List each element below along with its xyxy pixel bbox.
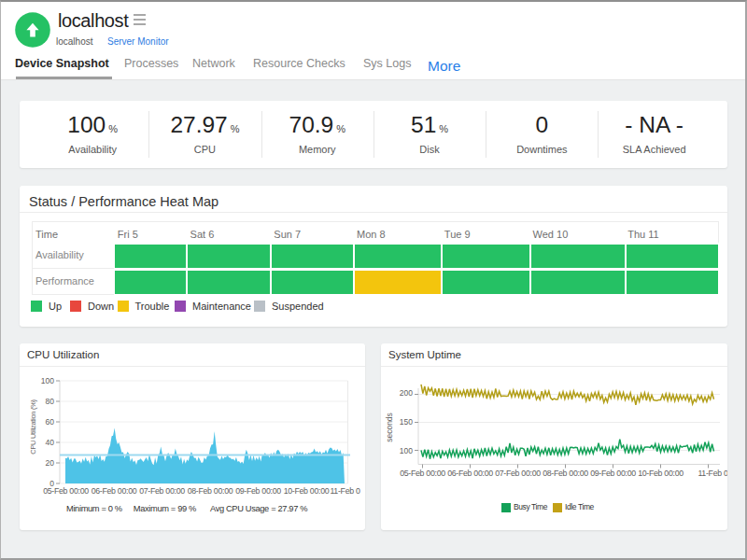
- svg-text:09-Feb 00:00: 09-Feb 00:00: [590, 469, 636, 478]
- svg-text:100: 100: [400, 446, 413, 455]
- svg-text:200: 200: [400, 388, 413, 398]
- svg-text:07-Feb 00:00: 07-Feb 00:00: [495, 469, 541, 478]
- svg-text:06-Feb 00:00: 06-Feb 00:00: [92, 486, 137, 496]
- svg-text:100: 100: [41, 376, 54, 385]
- svg-text:80: 80: [46, 397, 55, 406]
- svg-text:10-Feb 00:00: 10-Feb 00:00: [638, 469, 684, 478]
- svg-text:09-Feb 00:00: 09-Feb 00:00: [235, 486, 281, 496]
- svg-text:07-Feb 00:00: 07-Feb 00:00: [139, 486, 185, 496]
- svg-text:11-Feb 0: 11-Feb 0: [330, 486, 360, 496]
- svg-text:10-Feb 00:00: 10-Feb 00:00: [284, 486, 330, 496]
- svg-text:08-Feb 00:00: 08-Feb 00:00: [188, 486, 233, 496]
- svg-text:05-Feb 00:00: 05-Feb 00:00: [43, 486, 89, 496]
- svg-text:08-Feb 00:00: 08-Feb 00:00: [543, 469, 588, 478]
- svg-text:40: 40: [46, 438, 55, 447]
- svg-text:06-Feb 00:00: 06-Feb 00:00: [447, 469, 493, 478]
- svg-text:CPU Utilization (%): CPU Utilization (%): [29, 399, 37, 454]
- svg-text:seconds: seconds: [385, 413, 394, 442]
- svg-text:05-Feb 00:00: 05-Feb 00:00: [400, 469, 445, 478]
- svg-text:11-Feb 0: 11-Feb 0: [698, 469, 727, 478]
- svg-text:150: 150: [400, 417, 413, 427]
- svg-text:20: 20: [46, 458, 55, 468]
- svg-text:60: 60: [46, 417, 55, 427]
